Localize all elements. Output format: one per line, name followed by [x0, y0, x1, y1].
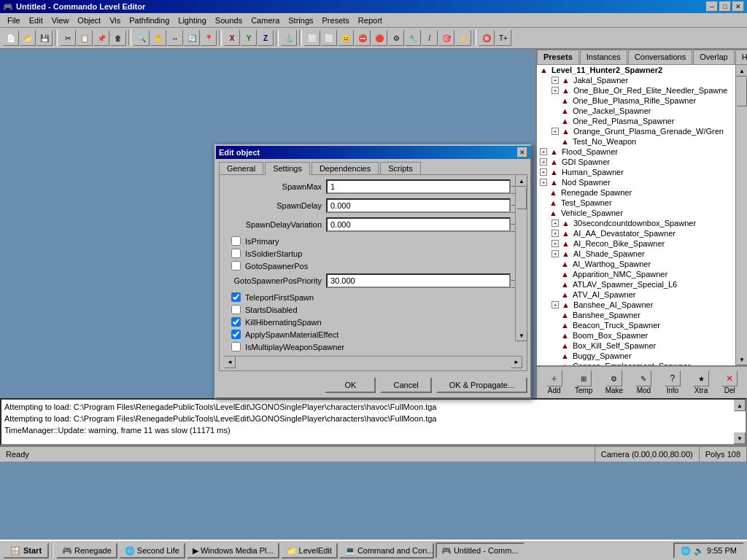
menu-presets[interactable]: Presets: [318, 15, 354, 26]
new-button[interactable]: 📄: [3, 30, 19, 46]
tree-item-apparition[interactable]: ▲ Apparition_NMC_Spawner: [537, 269, 735, 279]
start-button[interactable]: 🪟 Start: [3, 542, 49, 559]
is-soldier-startup-checkbox[interactable]: [231, 249, 241, 258]
menu-lighting[interactable]: Lighting: [174, 15, 211, 26]
task-windows-media[interactable]: ▶ Windows Media Pl...: [187, 542, 279, 559]
panel-tab-overlap[interactable]: Overlap: [693, 50, 735, 64]
tree-item-test-no-weapon[interactable]: ▲ Test_No_Weapon: [537, 136, 735, 147]
tool-green1[interactable]: ⬜: [304, 30, 320, 46]
cut-button[interactable]: ✂: [60, 30, 76, 46]
expand-icon[interactable]: +: [551, 240, 559, 247]
tree-item-orange-grunt[interactable]: + ▲ Orange_Grunt_Plasma_Grenade_W/Gren: [537, 126, 735, 136]
tool-misc1[interactable]: ⚙: [388, 30, 404, 46]
tree-item-one-jackel[interactable]: ▲ One_Jackel_Spawner: [537, 106, 735, 116]
tree-item-ai-warthog[interactable]: ▲ AI_Warthog_Spawner: [537, 259, 735, 269]
teleport-first-spawn-checkbox[interactable]: [231, 292, 241, 302]
tab-settings[interactable]: Settings: [265, 162, 310, 175]
tool5[interactable]: 📍: [201, 30, 217, 46]
make-button[interactable]: ⚙ Make: [603, 369, 626, 396]
tool3[interactable]: ↔: [167, 30, 183, 46]
task-leveledit[interactable]: 📁 LevelEdit: [281, 542, 338, 559]
spawn-max-input[interactable]: [326, 179, 511, 194]
log-scroll-up[interactable]: ▲: [734, 400, 746, 411]
tree-item-renegade[interactable]: ▲ Renegade Spawner: [537, 187, 735, 198]
kill-hibernating-spawn-checkbox[interactable]: [231, 317, 241, 327]
viewport[interactable]: Edit object ✕ General Settings Dependenc…: [0, 50, 535, 398]
ok-button[interactable]: OK: [325, 377, 376, 393]
tool-red1[interactable]: ⛔: [355, 30, 371, 46]
add-button[interactable]: + Add: [543, 369, 565, 396]
tree-item-ai-aa[interactable]: + ▲ AI_AA_Devastator_Spawner: [537, 228, 735, 238]
tool-star[interactable]: T+: [495, 30, 511, 46]
expand-icon[interactable]: +: [551, 87, 559, 94]
menu-file[interactable]: File: [3, 15, 25, 26]
task-untitled-commando[interactable]: 🎮 Untitled - Comm...: [436, 542, 525, 559]
tree-scroll-thumb[interactable]: [737, 77, 747, 106]
expand-icon[interactable]: +: [551, 219, 559, 227]
paste-button[interactable]: 📌: [93, 30, 109, 46]
axis-y[interactable]: Y: [241, 30, 257, 46]
menu-strings[interactable]: Strings: [284, 15, 317, 26]
tree-item-vehicle[interactable]: ▲ Vehicle_Spawner: [537, 208, 735, 218]
copy-button[interactable]: 📋: [77, 30, 93, 46]
tree-item-30sec[interactable]: + ▲ 30secondcountdownbox_Spawner: [537, 218, 735, 228]
tool-anchor[interactable]: ⚓: [281, 30, 297, 46]
tree-item-cannon[interactable]: ▲ Cannon_Emplacement_Spawner: [537, 361, 735, 365]
tool-red2[interactable]: 🔴: [371, 30, 387, 46]
mod-button[interactable]: ✎ Mod: [632, 369, 654, 396]
tree-scroll-down[interactable]: ▼: [736, 354, 747, 365]
expand-icon[interactable]: +: [540, 168, 547, 176]
expand-icon[interactable]: +: [540, 148, 547, 155]
tree-item-banshee-ai[interactable]: + ▲ Banshee_AI_Spawner: [537, 300, 735, 310]
task-renegade[interactable]: 🎮 Renegade: [56, 542, 117, 559]
expand-icon[interactable]: +: [540, 158, 547, 166]
tree-item-gdi[interactable]: + ▲ GDI Spawner: [537, 157, 735, 167]
expand-icon[interactable]: +: [551, 230, 559, 237]
spawn-delay-input[interactable]: [326, 198, 511, 213]
goto-spawner-pos-priority-input[interactable]: [326, 273, 511, 288]
tree-scroll-up[interactable]: ▲: [736, 65, 747, 77]
expand-icon[interactable]: +: [551, 250, 559, 257]
dialog-close-button[interactable]: ✕: [517, 147, 527, 158]
info-button[interactable]: ? Info: [662, 369, 684, 396]
log-scroll-down[interactable]: ▼: [734, 432, 746, 444]
scroll-right-button[interactable]: ►: [511, 357, 522, 368]
is-multiplay-weapon-checkbox[interactable]: [231, 342, 241, 351]
menu-camera[interactable]: Camera: [247, 15, 284, 26]
menu-sounds[interactable]: Sounds: [211, 15, 247, 26]
tool-misc5[interactable]: ⚡: [455, 30, 471, 46]
apply-spawn-material-checkbox[interactable]: [231, 330, 241, 339]
menu-object[interactable]: Object: [73, 15, 105, 26]
goto-spawner-pos-checkbox[interactable]: [231, 261, 241, 271]
tree-item-level11[interactable]: ▲ Level_11_Hunter2_Spawner2: [537, 65, 735, 75]
tool-misc3[interactable]: /: [422, 30, 438, 46]
tab-general[interactable]: General: [219, 162, 263, 174]
tree-item-atlav[interactable]: ▲ ATLAV_Spawner_Special_L6: [537, 279, 735, 289]
expand-icon[interactable]: +: [551, 301, 559, 308]
axis-x[interactable]: X: [224, 30, 240, 46]
tool2[interactable]: ✋: [150, 30, 166, 46]
tool-misc4[interactable]: 🎯: [438, 30, 454, 46]
scroll-up-button[interactable]: ▲: [516, 175, 527, 187]
tree-item-banshee[interactable]: ▲ Banshee_Spawner: [537, 310, 735, 320]
scroll-thumb[interactable]: [516, 187, 527, 209]
spawn-delay-variation-input[interactable]: [326, 217, 511, 232]
tree-item-one-blue-plasma[interactable]: ▲ One_Blue_Plasma_Rifle_Spawner: [537, 96, 735, 106]
tree-item-ai-shade[interactable]: + ▲ AI_Shade_Spawner: [537, 249, 735, 259]
tool-circle[interactable]: ⭕: [479, 30, 495, 46]
tab-dependencies[interactable]: Dependencies: [311, 162, 379, 174]
panel-tab-presets[interactable]: Presets: [537, 50, 579, 64]
tree-item-one-red-plasma[interactable]: ▲ One_Red_Plasma_Spawner: [537, 116, 735, 126]
close-button[interactable]: ✕: [732, 1, 744, 12]
maximize-button[interactable]: □: [719, 1, 731, 12]
tree-item-buggy[interactable]: ▲ Buggy_Spawner: [537, 351, 735, 361]
cancel-button[interactable]: Cancel: [380, 377, 431, 393]
tree-item-box-kill[interactable]: ▲ Box_Kill_Self_Spawner: [537, 341, 735, 351]
minimize-button[interactable]: ─: [706, 1, 718, 12]
tool4[interactable]: 🔄: [184, 30, 200, 46]
menu-vis[interactable]: Vis: [105, 15, 125, 26]
tree-item-nod[interactable]: + ▲ Nod Spawner: [537, 177, 735, 187]
task-second-life[interactable]: 🌐 Second Life: [119, 542, 185, 559]
tool-misc2[interactable]: 🔧: [405, 30, 421, 46]
menu-pathfinding[interactable]: Pathfinding: [125, 15, 174, 26]
